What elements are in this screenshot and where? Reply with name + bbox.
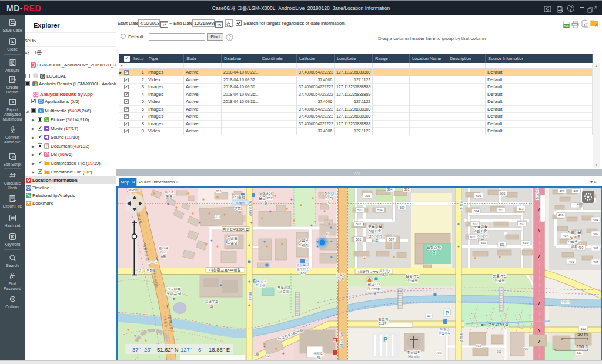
svg-text:샘낙로: 샘낙로 (249, 292, 252, 302)
svg-text:판교테크: 판교테크 (167, 287, 181, 290)
svg-text:602: 602 (470, 235, 476, 239)
svg-text:층: 층 (264, 201, 267, 205)
svg-text:250 ft: 250 ft (576, 344, 588, 349)
svg-text:노파크 공: 노파크 공 (166, 292, 182, 296)
svg-text:봇들마을: 봇들마을 (368, 225, 382, 228)
svg-text:409: 409 (558, 213, 564, 217)
svg-text:612: 612 (520, 222, 525, 226)
svg-text:원: 원 (210, 304, 213, 308)
svg-text:이스: 이스 (160, 251, 168, 254)
svg-text:이공원: 이공원 (494, 279, 505, 283)
svg-text:613: 613 (519, 207, 524, 211)
svg-text:스 티: 스 티 (325, 196, 333, 200)
svg-text:3크인: 3크인 (379, 322, 387, 325)
svg-text:윰스페: 윰스페 (159, 246, 169, 250)
svg-text:봇들로: 봇들로 (460, 333, 463, 343)
svg-text:대왕판교로644번길: 대왕판교로644번길 (209, 268, 241, 272)
svg-text:303: 303 (404, 188, 410, 191)
svg-text:연씨소프: 연씨소프 (255, 279, 267, 283)
svg-text:동주유소: 동주유소 (379, 269, 392, 272)
svg-text:트 안랩: 트 안랩 (255, 283, 265, 287)
svg-text:912: 912 (476, 344, 481, 348)
svg-text:504: 504 (377, 208, 383, 212)
svg-text:604: 604 (474, 209, 479, 213)
svg-text:910: 910 (497, 350, 502, 353)
svg-text:23': 23' (144, 346, 152, 353)
svg-text:507: 507 (389, 238, 394, 241)
svg-text:501: 501 (593, 261, 598, 264)
svg-text:분당수서로: 분당수서로 (339, 332, 343, 348)
svg-text:504: 504 (593, 218, 598, 222)
svg-text:저공원: 저공원 (279, 290, 289, 294)
svg-text:P: P (383, 336, 387, 343)
svg-text:운중천: 운중천 (561, 300, 570, 303)
svg-text:513: 513 (581, 327, 586, 330)
svg-text:드빌딩: 드빌딩 (227, 241, 238, 245)
svg-text:워: 워 (317, 356, 320, 359)
svg-text:교: 교 (432, 251, 436, 254)
svg-text:6': 6' (198, 346, 202, 353)
svg-text:511: 511 (577, 351, 581, 355)
svg-text:자생초화: 자생초화 (205, 300, 219, 303)
svg-text:601: 601 (500, 243, 505, 246)
svg-text:원: 원 (172, 296, 176, 300)
svg-text:아이디: 아이디 (324, 192, 335, 195)
svg-text:(2층): (2층) (235, 206, 242, 210)
svg-text:봇들추부: 봇들추부 (438, 332, 450, 335)
svg-text:우리은행: 우리은행 (231, 195, 245, 199)
svg-text:워: 워 (327, 201, 331, 205)
svg-text:50 m: 50 m (577, 332, 588, 337)
svg-text:503: 503 (593, 232, 598, 236)
svg-text:A동: A동 (160, 255, 166, 258)
svg-text:403: 403 (578, 246, 584, 249)
svg-text:709: 709 (436, 351, 442, 355)
svg-text:KEB하나: KEB하나 (129, 188, 141, 192)
svg-text:⚖: ⚖ (333, 339, 337, 342)
svg-text:51.62" N: 51.62" N (157, 346, 179, 353)
svg-text:스퀘어: 스퀘어 (236, 201, 246, 205)
svg-text:(Hanshin: (Hanshin (408, 355, 420, 358)
svg-text:동동: 동동 (166, 195, 173, 199)
svg-text:MG새마: MG새마 (259, 192, 272, 195)
svg-text:503: 503 (357, 208, 363, 212)
svg-text:49: 49 (326, 232, 329, 236)
svg-text:판교역로226번길: 판교역로226번길 (223, 228, 249, 231)
svg-text:407: 407 (563, 234, 568, 238)
svg-text:909: 909 (523, 347, 529, 350)
svg-text:봇들처윰: 봇들처윰 (277, 286, 291, 289)
svg-text:파트: 파트 (372, 239, 379, 242)
svg-text:한신교회: 한신교회 (407, 350, 420, 354)
svg-text:411: 411 (574, 189, 578, 193)
svg-text:410: 410 (577, 202, 583, 206)
svg-text:609: 609 (481, 241, 486, 245)
svg-text:412: 412 (560, 189, 565, 193)
svg-text:이공원: 이공원 (407, 279, 418, 283)
svg-text:6단지휴: 6단지휴 (474, 229, 487, 233)
svg-text:5단지휴: 5단지휴 (369, 229, 381, 233)
svg-text:305: 305 (365, 194, 370, 198)
svg-text:두번될: 두번될 (227, 236, 238, 240)
svg-text:을금 212: 을금 212 (259, 196, 273, 201)
svg-text:215: 215 (216, 189, 221, 193)
svg-text:유스 (1): 유스 (1) (148, 260, 158, 263)
svg-text:401: 401 (569, 260, 574, 263)
svg-text:동주유소: 동주유소 (297, 267, 309, 271)
svg-text:304: 304 (387, 188, 393, 191)
svg-text:경부고속도로: 경부고속도로 (535, 188, 539, 200)
svg-text:이스2: 이스2 (165, 191, 174, 194)
svg-text:509: 509 (400, 206, 405, 209)
svg-text:삼평어린: 삼평어린 (406, 274, 420, 278)
svg-text:12: 12 (266, 354, 270, 358)
svg-text:삼평중학: 삼평중학 (427, 246, 441, 250)
svg-text:SK판교: SK판교 (439, 328, 450, 331)
svg-text:10: 10 (427, 314, 431, 318)
svg-text:127°: 127° (180, 346, 192, 353)
svg-text:15: 15 (162, 23, 167, 27)
svg-text:188: 188 (254, 353, 259, 356)
svg-text:501: 501 (356, 238, 362, 241)
svg-text:더블뮤: 더블뮤 (298, 239, 309, 242)
svg-text:603: 603 (473, 222, 478, 226)
svg-text:(SK): (SK) (300, 271, 306, 275)
svg-text:502: 502 (356, 222, 362, 226)
svg-text:먼시아아: 먼시아아 (368, 234, 382, 238)
